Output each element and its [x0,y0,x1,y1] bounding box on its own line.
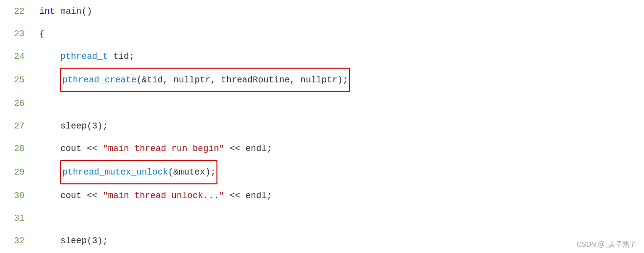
code-line: 26 [0,92,644,115]
code-line: 25 pthread_create(&tid, nullptr, threadR… [0,68,644,92]
line-content: { [34,23,644,45]
line-number: 23 [0,23,34,45]
watermark: CSDN @_麦子熟了 [576,240,636,249]
code-line: 32 sleep(3); [0,229,644,252]
line-content: pthread_create(&tid, nullptr, threadRout… [34,68,644,92]
line-number: 22 [0,0,34,23]
line-number: 31 [0,207,34,229]
line-content: pthread_t tid; [34,45,644,68]
code-line: 28 cout << "main thread run begin" << en… [0,137,644,160]
line-number: 30 [0,184,34,207]
line-number: 24 [0,45,34,68]
line-number: 26 [0,92,34,115]
line-content: sleep(3); [34,229,644,252]
line-number: 28 [0,137,34,160]
code-lines: 22int main()23{24 pthread_t tid;25 pthre… [0,0,644,253]
highlighted-line-29: pthread_mutex_unlock(&mutex); [60,160,217,184]
line-number: 25 [0,69,34,91]
line-content: pthread_mutex_unlock(&mutex); [34,160,644,184]
highlighted-line-25: pthread_create(&tid, nullptr, threadRout… [60,68,350,92]
code-line: 24 pthread_t tid; [0,45,644,68]
code-line: 31 [0,207,644,229]
code-line: 22int main() [0,0,644,23]
line-content: cout << "main thread run begin" << endl; [34,137,644,160]
line-number: 27 [0,115,34,137]
line-content: cout << "main thread unlock..." << endl; [34,184,644,207]
line-number: 29 [0,161,34,183]
line-number: 32 [0,229,34,252]
code-line: 23{ [0,23,644,45]
code-container: 22int main()23{24 pthread_t tid;25 pthre… [0,0,644,253]
code-line: 30 cout << "main thread unlock..." << en… [0,184,644,207]
line-content: int main() [34,0,644,23]
code-line: 27 sleep(3); [0,115,644,137]
line-content: sleep(3); [34,115,644,137]
code-line: 29 pthread_mutex_unlock(&mutex); [0,160,644,184]
